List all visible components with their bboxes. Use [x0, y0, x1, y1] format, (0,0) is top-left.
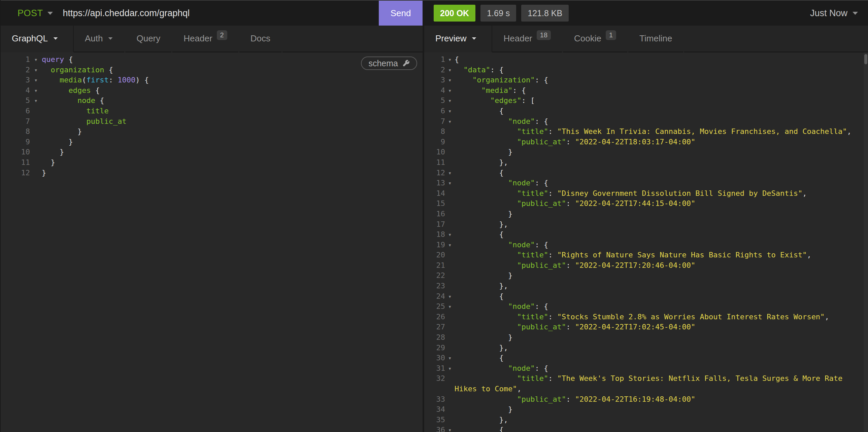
code-token: edges — [68, 86, 91, 95]
code-row: 13▾ "node": { — [424, 178, 868, 189]
code-token: : { — [535, 117, 548, 126]
fold-gutter — [445, 270, 455, 281]
tab-query[interactable]: Query — [125, 26, 172, 53]
line-number: 9 — [424, 137, 445, 147]
code-token: { — [499, 230, 503, 238]
code-row: 6▾ { — [424, 106, 868, 117]
tab-preview[interactable]: Preview — [424, 26, 492, 53]
fold-gutter — [445, 404, 455, 415]
method-dropdown[interactable]: POST — [18, 8, 53, 19]
code-token: : — [566, 395, 575, 403]
fold-arrow-icon[interactable]: ▾ — [445, 178, 455, 189]
fold-arrow-icon[interactable]: ▾ — [30, 55, 42, 65]
tab-label: Docs — [250, 33, 270, 44]
tab-auth[interactable]: Auth — [74, 26, 125, 53]
fold-arrow-icon[interactable]: ▾ — [30, 86, 42, 96]
code-row: 1▾{ — [424, 55, 868, 65]
fold-gutter — [445, 137, 455, 147]
code-token: "Stocks Stumble 2.8% as Worries About In… — [557, 312, 825, 321]
fold-arrow-icon[interactable]: ▾ — [445, 106, 455, 117]
tab-header[interactable]: Header18 — [492, 26, 562, 53]
fold-arrow-icon[interactable]: ▾ — [445, 65, 455, 75]
code-row: 4▾ edges { — [1, 86, 423, 96]
tab-count-badge: 1 — [606, 30, 616, 40]
tab-timeline[interactable]: Timeline — [628, 26, 683, 53]
code-token: , — [847, 127, 851, 136]
code-line: "node": { — [455, 178, 868, 189]
fold-arrow-icon[interactable]: ▾ — [445, 229, 455, 240]
response-time-badge: 1.69 s — [480, 5, 516, 22]
code-token: : { — [535, 179, 548, 187]
code-row: 31▾ "node": { — [424, 363, 868, 374]
scrollbar-track[interactable] — [864, 53, 868, 432]
code-token: 1000 — [118, 76, 135, 84]
fold-arrow-icon[interactable]: ▾ — [445, 75, 455, 86]
fold-arrow-icon[interactable]: ▾ — [445, 240, 455, 250]
request-url-bar: POST https://api.cheddar.com/graphql Sen… — [1, 1, 423, 26]
code-token: { — [91, 86, 100, 95]
code-token: : — [109, 76, 118, 84]
code-line: "public_at": "2022-04-22T18:03:17-04:00" — [455, 137, 868, 147]
code-token: { — [499, 354, 503, 362]
code-row: 12▾ { — [424, 168, 868, 178]
tab-cookie[interactable]: Cookie1 — [563, 26, 627, 53]
code-row: 2▾ "data": { — [424, 65, 868, 75]
fold-arrow-icon[interactable]: ▾ — [445, 86, 455, 96]
send-button[interactable]: Send — [379, 1, 423, 26]
tab-header[interactable]: Header2 — [173, 26, 238, 53]
code-token: { — [64, 55, 73, 64]
code-line: "data": { — [455, 65, 868, 75]
line-number: 12 — [1, 168, 30, 178]
response-history-dropdown[interactable]: Just Now — [810, 8, 858, 19]
fold-arrow-icon[interactable]: ▾ — [445, 425, 455, 432]
fold-arrow-icon[interactable]: ▾ — [445, 117, 455, 127]
scrollbar-thumb[interactable] — [864, 54, 867, 64]
tab-graphql[interactable]: GraphQL — [1, 26, 74, 53]
graphql-query-editor[interactable]: schema 1▾query {2▾ organization {3▾ medi… — [1, 53, 423, 432]
code-token: } — [508, 405, 513, 413]
line-number: 2 — [424, 65, 445, 75]
code-token: { — [499, 426, 503, 432]
code-line: { — [455, 55, 868, 65]
fold-arrow-icon[interactable]: ▾ — [445, 55, 455, 65]
fold-arrow-icon[interactable]: ▾ — [445, 291, 455, 302]
code-line: "node": { — [455, 301, 868, 312]
fold-arrow-icon[interactable]: ▾ — [30, 65, 42, 75]
line-number: 6 — [1, 106, 30, 117]
code-line: node { — [42, 96, 423, 106]
line-number: 3 — [424, 75, 445, 86]
code-token: : [ — [522, 96, 535, 105]
url-input[interactable]: https://api.cheddar.com/graphql — [63, 8, 379, 19]
schema-button[interactable]: schema — [361, 57, 417, 70]
code-token: "organization" — [472, 76, 535, 84]
fold-arrow-icon[interactable]: ▾ — [30, 96, 42, 106]
fold-arrow-icon[interactable]: ▾ — [445, 301, 455, 312]
line-number: 19 — [424, 240, 445, 250]
fold-arrow-icon[interactable]: ▾ — [445, 96, 455, 106]
tab-docs[interactable]: Docs — [239, 26, 281, 53]
code-row: 11 } — [1, 158, 423, 168]
tab-label: Query — [136, 33, 160, 44]
tab-bar-filler — [282, 26, 423, 53]
code-token: "title" — [517, 127, 548, 136]
fold-arrow-icon[interactable]: ▾ — [30, 75, 42, 86]
code-token: ) { — [135, 76, 149, 84]
code-line: } — [42, 137, 423, 147]
code-line: } — [42, 147, 423, 158]
fold-arrow-icon[interactable]: ▾ — [445, 353, 455, 363]
line-number: 27 — [424, 322, 445, 332]
code-token: "title" — [517, 189, 548, 198]
line-number: 16 — [424, 209, 445, 219]
code-row: 5▾ node { — [1, 96, 423, 106]
code-token: "node" — [508, 364, 535, 372]
fold-arrow-icon[interactable]: ▾ — [445, 363, 455, 374]
fold-arrow-icon[interactable]: ▾ — [445, 168, 455, 178]
response-preview-editor[interactable]: 1▾{2▾ "data": {3▾ "organization": {4▾ "m… — [424, 53, 868, 432]
code-token: : — [548, 189, 557, 198]
line-number: 1 — [1, 55, 30, 65]
api-client-window: POST https://api.cheddar.com/graphql Sen… — [0, 0, 868, 432]
fold-gutter — [30, 158, 42, 168]
line-number: 9 — [1, 137, 30, 147]
code-line: }, — [455, 158, 868, 168]
code-row: 3▾ "organization": { — [424, 75, 868, 86]
